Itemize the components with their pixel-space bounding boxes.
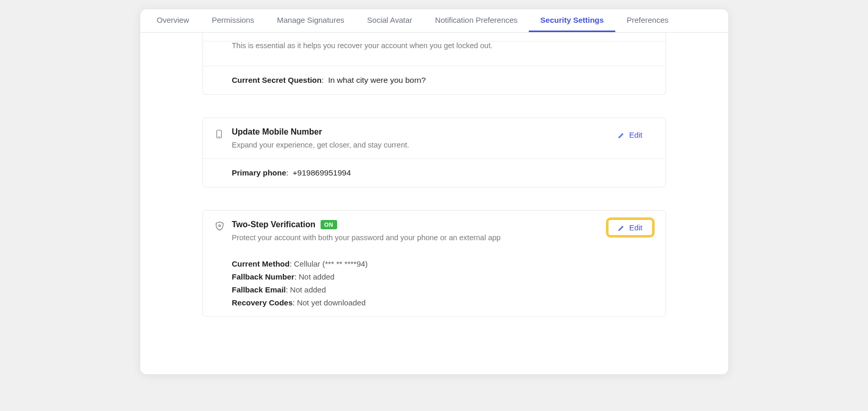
tab-bar: Overview Permissions Manage Signatures S… xyxy=(140,9,728,33)
tab-overview[interactable]: Overview xyxy=(146,9,201,32)
current-secret-question-value: In what city were you born? xyxy=(328,76,426,84)
secret-question-header-clip xyxy=(203,33,666,41)
primary-phone-label: Primary phone xyxy=(232,168,286,177)
primary-phone-value: +919869951994 xyxy=(293,168,351,177)
mobile-number-title: Update Mobile Number xyxy=(232,127,322,137)
secret-question-description: This is essential as it helps you recove… xyxy=(232,41,613,50)
fallback-number-label: Fallback Number xyxy=(232,272,295,281)
edit-two-step-button[interactable]: Edit xyxy=(609,220,652,235)
tab-permissions[interactable]: Permissions xyxy=(200,9,266,32)
two-step-status-badge: ON xyxy=(321,220,337,229)
current-method-label: Current Method xyxy=(232,259,290,268)
two-step-description: Protect your account with both your pass… xyxy=(232,233,601,242)
two-step-title: Two-Step Verification xyxy=(232,220,316,229)
secret-question-body: Current Secret Question: In what city we… xyxy=(203,66,666,94)
tab-notification-preferences[interactable]: Notification Preferences xyxy=(424,9,529,32)
shield-icon xyxy=(214,221,225,231)
current-secret-question-label: Current Secret Question xyxy=(232,76,322,84)
tab-social-avatar[interactable]: Social Avatar xyxy=(356,9,424,32)
svg-point-2 xyxy=(219,225,220,227)
mobile-number-description: Expand your experience, get closer, and … xyxy=(232,141,601,149)
two-step-row: Fallback Number: Not added xyxy=(232,272,654,281)
fallback-number-value: Not added xyxy=(299,272,335,281)
recovery-codes-value: Not yet downloaded xyxy=(297,298,366,307)
phone-icon xyxy=(214,128,225,139)
edit-label: Edit xyxy=(629,130,643,139)
tab-manage-signatures[interactable]: Manage Signatures xyxy=(266,9,356,32)
recovery-codes-label: Recovery Codes xyxy=(232,298,293,307)
content-area: This is essential as it helps you recove… xyxy=(140,33,728,374)
settings-window: Overview Permissions Manage Signatures S… xyxy=(140,9,728,374)
two-step-body: Current Method: Cellular (*** ** ****94)… xyxy=(203,247,666,316)
two-step-card: Two-Step Verification ON Protect your ac… xyxy=(202,210,666,317)
secret-question-card: This is essential as it helps you recove… xyxy=(202,33,666,95)
fallback-email-value: Not added xyxy=(290,285,326,294)
lock-icon xyxy=(214,42,225,53)
two-step-row: Current Method: Cellular (*** ** ****94) xyxy=(232,259,654,268)
edit-mobile-button[interactable]: Edit xyxy=(609,127,652,142)
tab-security-settings[interactable]: Security Settings xyxy=(529,9,615,32)
mobile-number-card: Update Mobile Number Expand your experie… xyxy=(202,118,666,187)
pencil-icon xyxy=(618,224,625,231)
fallback-email-label: Fallback Email xyxy=(232,285,286,294)
tab-preferences[interactable]: Preferences xyxy=(615,9,680,32)
mobile-number-body: Primary phone: +919869951994 xyxy=(203,159,666,187)
two-step-row: Recovery Codes: Not yet downloaded xyxy=(232,298,654,307)
edit-label: Edit xyxy=(629,223,643,232)
two-step-row: Fallback Email: Not added xyxy=(232,285,654,294)
current-method-value: Cellular (*** ** ****94) xyxy=(294,259,368,268)
pencil-icon xyxy=(618,131,625,139)
